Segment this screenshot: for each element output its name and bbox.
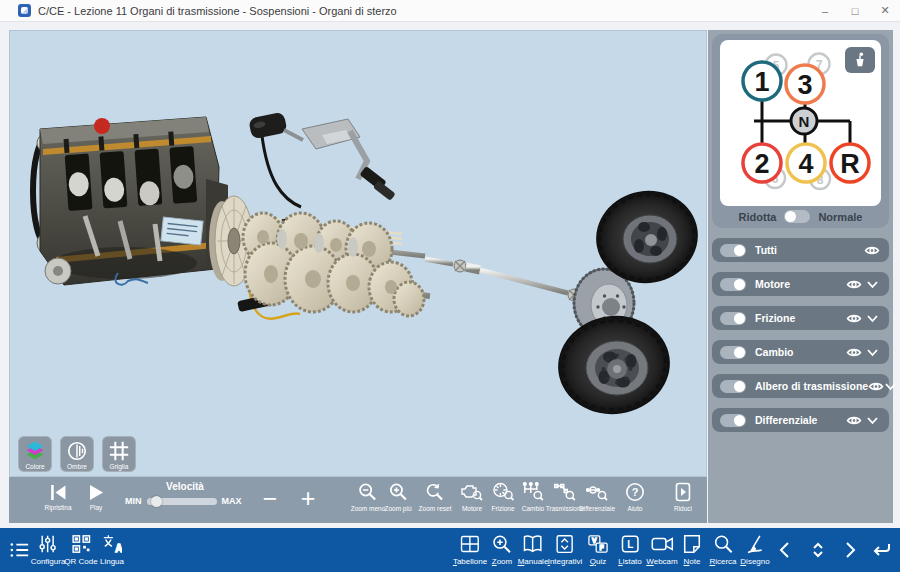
ombre-button[interactable]: Ombre [60, 436, 94, 472]
colore-button[interactable]: Colore [18, 436, 52, 472]
eye-icon[interactable] [845, 346, 863, 359]
engine-block[interactable] [33, 117, 228, 285]
range-mode-toggle[interactable] [784, 210, 810, 223]
playback-toolbar: Ripristina Play Velocità MIN MAX − + Zoo… [9, 477, 707, 523]
shading-icon [66, 440, 88, 462]
colore-label: Colore [25, 463, 44, 470]
shifter-magnifier-icon [522, 482, 544, 502]
tabellone-button[interactable]: Tabellone [453, 534, 487, 566]
note-icon [682, 534, 702, 554]
griglia-label: Griglia [110, 463, 129, 470]
listato-button[interactable]: L Listato [618, 534, 642, 566]
inspect-clutch-button[interactable]: Frizione [491, 482, 514, 512]
drive-shaft[interactable] [425, 259, 593, 301]
speed-max-label: MAX [222, 496, 242, 506]
layer-row-frizione[interactable]: Frizione [712, 306, 889, 330]
return-button[interactable] [872, 541, 892, 559]
help-button[interactable]: ? Aiuto [625, 482, 645, 512]
speed-decrease-button[interactable]: − [263, 478, 278, 518]
frizione-toggle[interactable] [720, 312, 746, 325]
zoom-button[interactable]: Zoom [492, 534, 512, 566]
minimize-button[interactable]: – [810, 0, 840, 21]
eye-icon[interactable] [863, 244, 881, 257]
gear-knob-icon [852, 51, 868, 69]
svg-text:N: N [799, 113, 810, 130]
play-button[interactable]: Play [88, 484, 104, 511]
eye-icon[interactable] [845, 312, 863, 325]
app-icon [18, 4, 31, 17]
svg-text:1: 1 [754, 67, 769, 97]
chevron-down-icon[interactable] [884, 382, 897, 391]
next-button[interactable] [841, 541, 859, 559]
layer-row-motore[interactable]: Motore [712, 272, 889, 296]
help-icon: ? [625, 482, 645, 502]
layer-row-cambio[interactable]: Cambio [712, 340, 889, 364]
griglia-button[interactable]: Griglia [102, 436, 136, 472]
play-icon [88, 484, 104, 501]
note-button[interactable]: Note [682, 534, 702, 566]
disegno-button[interactable]: Disegno [740, 534, 769, 566]
layer-row-albero[interactable]: Albero di trasmissione [712, 374, 889, 398]
inspect-engine-button[interactable]: Motore [461, 482, 483, 512]
reduce-button[interactable]: Riduci [674, 482, 692, 512]
layer-row-tutti[interactable]: Tutti [712, 238, 889, 262]
eye-icon[interactable] [868, 380, 884, 393]
exit-icon [674, 482, 692, 502]
true-false-icon: VF [587, 534, 609, 554]
zoom-in-icon [388, 482, 408, 502]
albero-toggle[interactable] [720, 380, 746, 393]
ridotta-label: Ridotta [739, 211, 777, 223]
chevron-down-icon[interactable] [863, 314, 881, 323]
return-arrow-icon [872, 541, 892, 559]
webcam-button[interactable]: Webcam [646, 534, 677, 566]
ricerca-button[interactable]: Ricerca [709, 534, 736, 566]
manuale-button[interactable]: Manuale [518, 534, 549, 566]
qr-code-button[interactable]: QR Code [64, 534, 97, 566]
inspect-gearbox-button[interactable]: Cambio [522, 482, 544, 512]
integrativi-button[interactable]: Integrativi [548, 534, 583, 566]
sliders-icon [38, 534, 58, 554]
wheel-lower[interactable] [552, 309, 677, 422]
skip-start-icon [49, 484, 67, 501]
svg-text:4: 4 [798, 149, 813, 179]
inspect-differential-button[interactable]: Differenziale [579, 482, 615, 512]
chevron-right-icon [841, 541, 859, 559]
ombre-label: Ombre [67, 463, 87, 470]
eye-icon[interactable] [845, 414, 863, 427]
restart-button[interactable]: Ripristina [44, 484, 71, 511]
magnifier-plus-icon [492, 534, 512, 554]
zoom-out-button[interactable]: Zoom meno [351, 482, 386, 512]
expand-collapse-button[interactable] [809, 541, 827, 559]
chevron-down-icon[interactable] [863, 348, 881, 357]
differenziale-toggle[interactable] [720, 414, 746, 427]
chevron-down-icon[interactable] [863, 416, 881, 425]
close-button[interactable]: ✕ [870, 0, 900, 21]
gearbox[interactable] [243, 213, 430, 316]
speed-slider-knob[interactable] [151, 496, 162, 507]
zoom-reset-button[interactable]: Zoom reset [419, 482, 452, 512]
speed-increase-button[interactable]: + [301, 478, 316, 518]
configura-button[interactable]: Configura [31, 534, 66, 566]
sidebar: 5 7 6 8 1 3 2 4 R N [708, 30, 893, 523]
speed-slider[interactable] [147, 498, 217, 505]
lingua-button[interactable]: A Lingua [100, 534, 124, 566]
driveshaft-magnifier-icon [554, 482, 576, 502]
motore-toggle[interactable] [720, 278, 746, 291]
zoom-in-button[interactable]: Zoom più [384, 482, 411, 512]
maximize-button[interactable]: □ [840, 0, 870, 21]
quiz-button[interactable]: VF Quiz [587, 534, 609, 566]
scene-3d[interactable] [10, 31, 708, 478]
cambio-toggle[interactable] [720, 346, 746, 359]
previous-button[interactable] [776, 541, 794, 559]
view-tools: Colore Ombre Griglia [18, 436, 136, 472]
zoom-out-icon [358, 482, 378, 502]
layer-row-differenziale[interactable]: Differenziale [712, 408, 889, 432]
gear-pattern-card: 5 7 6 8 1 3 2 4 R N [720, 40, 881, 206]
viewport-3d[interactable]: Colore Ombre Griglia [9, 30, 707, 477]
tutti-toggle[interactable] [720, 244, 746, 257]
eye-icon[interactable] [845, 278, 863, 291]
shifter-view-button[interactable] [845, 47, 875, 73]
chevron-down-icon[interactable] [863, 280, 881, 289]
gear-lever[interactable] [248, 111, 396, 207]
menu-button[interactable] [9, 540, 31, 560]
